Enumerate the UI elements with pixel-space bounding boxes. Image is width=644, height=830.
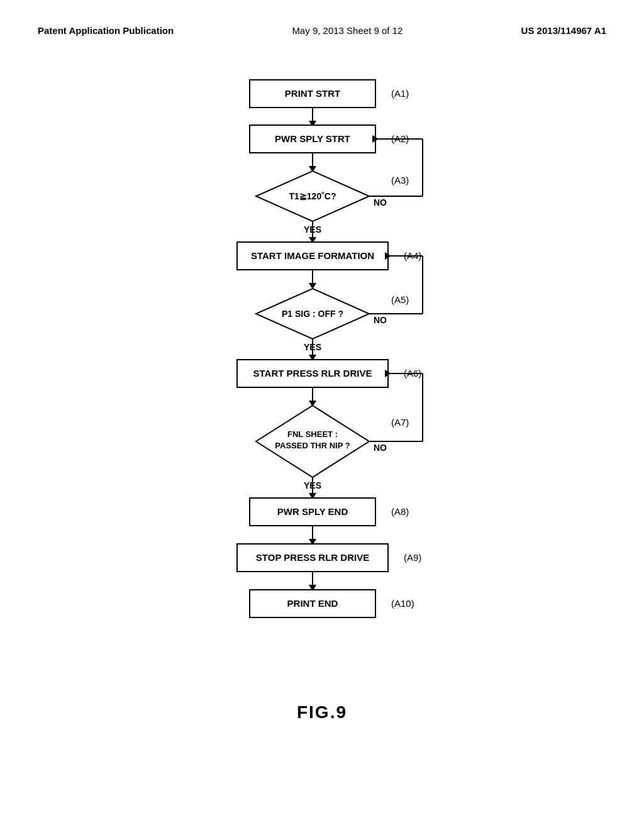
svg-text:PRINT END: PRINT END: [287, 598, 338, 609]
svg-text:NO: NO: [374, 315, 387, 325]
svg-text:(A7): (A7): [391, 417, 409, 428]
svg-text:PWR SPLY END: PWR SPLY END: [277, 506, 348, 517]
svg-text:NO: NO: [374, 197, 387, 208]
svg-text:P1 SIG : OFF ?: P1 SIG : OFF ?: [282, 309, 343, 319]
header-center: May 9, 2013 Sheet 9 of 12: [292, 25, 402, 36]
svg-text:(A9): (A9): [404, 552, 421, 563]
flowchart-svg: PRINT STRT (A1) PWR SPLY STRT (A2) T1≧12…: [140, 67, 504, 683]
svg-text:NO: NO: [374, 443, 387, 453]
svg-text:PASSED THR NIP ?: PASSED THR NIP ?: [275, 441, 350, 450]
svg-text:PWR SPLY STRT: PWR SPLY STRT: [275, 133, 350, 144]
svg-text:(A10): (A10): [391, 598, 414, 609]
svg-text:START PRESS RLR DRIVE: START PRESS RLR DRIVE: [253, 368, 372, 379]
svg-text:FNL SHEET :: FNL SHEET :: [287, 429, 338, 439]
figure-label: FIG.9: [297, 702, 347, 722]
page: Patent Application Publication May 9, 20…: [0, 0, 644, 830]
svg-text:T1≧120˚C?: T1≧120˚C?: [289, 191, 336, 201]
svg-text:PRINT STRT: PRINT STRT: [285, 88, 340, 99]
svg-text:(A1): (A1): [391, 88, 409, 99]
header: Patent Application Publication May 9, 20…: [0, 0, 644, 48]
svg-text:START IMAGE FORMATION: START IMAGE FORMATION: [251, 250, 374, 261]
header-right: US 2013/114967 A1: [521, 25, 606, 36]
svg-text:STOP PRESS RLR DRIVE: STOP PRESS RLR DRIVE: [256, 552, 369, 563]
diagram-area: PRINT STRT (A1) PWR SPLY STRT (A2) T1≧12…: [0, 48, 644, 722]
header-left: Patent Application Publication: [38, 25, 174, 36]
svg-text:(A3): (A3): [391, 175, 409, 185]
svg-text:(A8): (A8): [391, 506, 409, 517]
svg-text:(A5): (A5): [391, 294, 409, 305]
